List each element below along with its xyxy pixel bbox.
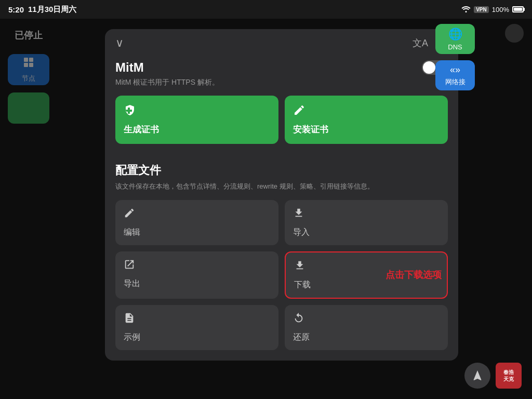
modal-panel: ∨ 文A ⋮ MitM MitM 根证书用于 HTTPS 解析。 <box>105 29 458 361</box>
wrench-icon <box>293 104 305 119</box>
config-section: 配置文件 该文件保存在本地，包含节点详情、分流规则、rewrite 规则、策略、… <box>105 152 458 350</box>
wifi-icon <box>461 5 471 14</box>
config-description: 该文件保存在本地，包含节点详情、分流规则、rewrite 规则、策略、引用链接等… <box>115 181 448 192</box>
edit-button[interactable]: 编辑 <box>115 200 278 245</box>
dns-icon-item[interactable]: 🌐 DNS <box>435 24 475 54</box>
mitm-section: MitM MitM 根证书用于 HTTPS 解析。 生成证书 <box>105 55 458 152</box>
export-icon <box>124 259 135 273</box>
config-title: 配置文件 <box>115 163 448 178</box>
date: 11月30日周六 <box>28 5 76 15</box>
mitm-title: MitM <box>115 60 144 75</box>
toggle-knob <box>423 61 435 74</box>
shield-icon <box>124 104 136 119</box>
import-button[interactable]: 导入 <box>285 200 448 245</box>
battery-percent: 100% <box>492 6 509 14</box>
install-cert-label: 安装证书 <box>293 124 328 136</box>
time: 5:20 <box>8 5 24 14</box>
watermark-line2: 天克 <box>503 376 514 382</box>
modal-header: ∨ 文A ⋮ <box>105 29 458 55</box>
generate-cert-label: 生成证书 <box>124 124 159 136</box>
download-label: 下载 <box>294 280 311 290</box>
right-icons: 🌐 DNS «» 网络接 <box>435 24 475 94</box>
import-label: 导入 <box>293 227 310 238</box>
restore-button[interactable]: 还原 <box>285 305 448 350</box>
download-icon <box>294 260 305 274</box>
generate-cert-button[interactable]: 生成证书 <box>115 96 278 144</box>
arrow-button[interactable] <box>464 363 490 389</box>
dns-globe-icon: 🌐 <box>448 28 462 41</box>
export-label: 导出 <box>124 278 140 289</box>
example-icon <box>124 312 135 327</box>
watermark-line1: 春浩 <box>503 369 514 376</box>
edit-label: 编辑 <box>124 227 140 238</box>
network-label: 网络接 <box>445 77 466 87</box>
vpn-badge: VPN <box>474 6 489 13</box>
config-buttons-grid: 编辑 导入 <box>115 200 448 350</box>
restore-icon <box>293 312 304 327</box>
battery-icon <box>512 6 524 12</box>
watermark: 春浩 天克 <box>496 363 522 389</box>
download-annotation: 点击下载选项 <box>385 269 442 281</box>
example-button[interactable]: 示例 <box>115 305 278 350</box>
mitm-title-row: MitM <box>115 60 448 75</box>
cert-buttons-row: 生成证书 安装证书 <box>115 96 448 144</box>
export-button[interactable]: 导出 <box>115 251 278 299</box>
status-bar-left: 5:20 11月30日周六 <box>8 5 76 15</box>
status-bar-right: VPN 100% <box>461 5 524 14</box>
import-icon <box>293 207 304 222</box>
edit-icon <box>124 207 135 222</box>
download-button[interactable]: 下载 点击下载选项 <box>285 251 448 299</box>
translate-icon[interactable]: 文A <box>413 37 428 49</box>
network-icon: «» <box>450 64 460 75</box>
example-label: 示例 <box>124 332 140 343</box>
restore-label: 还原 <box>293 332 310 343</box>
network-icon-item[interactable]: «» 网络接 <box>435 60 475 90</box>
modal-chevron-icon[interactable]: ∨ <box>115 36 124 50</box>
dns-label: DNS <box>448 43 462 51</box>
status-bar: 5:20 11月30日周六 VPN 100% <box>0 0 532 19</box>
install-cert-button[interactable]: 安装证书 <box>285 96 448 144</box>
mitm-description: MitM 根证书用于 HTTPS 解析。 <box>115 78 448 87</box>
